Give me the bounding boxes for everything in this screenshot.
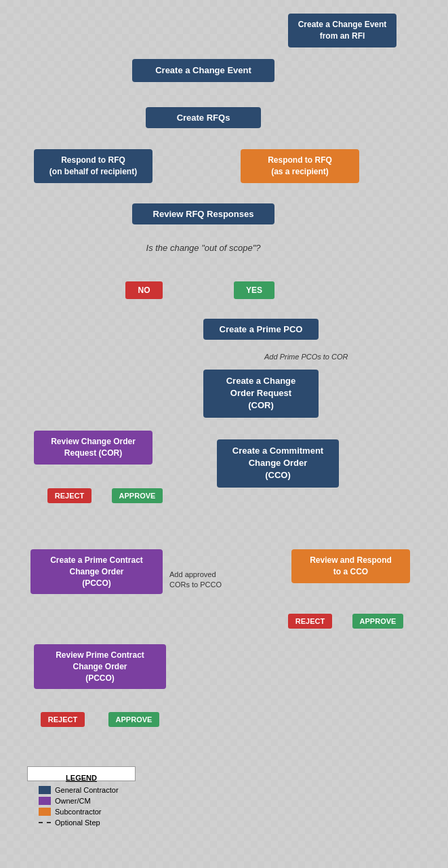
legend-item-gc: General Contractor <box>39 786 124 794</box>
create-cor-label: Create a ChangeOrder Request(COR) <box>226 376 296 410</box>
box-create-cor: Create a ChangeOrder Request(COR) <box>203 370 319 418</box>
respond-behalf-label: Respond to RFQ(on behalf of recipient) <box>49 155 137 176</box>
box-create-change-event: Create a Change Event <box>132 59 274 82</box>
approve-pcco-label: APPROVE <box>116 715 152 724</box>
reject-pcco-label: REJECT <box>48 715 77 724</box>
add-approved-cors-label: Add approvedCORs to PCCO <box>169 570 251 591</box>
reject-cor-label: REJECT <box>55 492 84 500</box>
box-change-event-rfi: Create a Change Event from an RFI <box>288 14 396 47</box>
change-event-rfi-label: Create a Change Event from an RFI <box>298 20 387 41</box>
box-respond-rfq-behalf: Respond to RFQ(on behalf of recipient) <box>34 149 152 183</box>
legend-item-sub: Subcontractor <box>39 808 124 816</box>
create-prime-pco-label: Create a Prime PCO <box>220 324 303 334</box>
legend-item-optional: Optional Step <box>39 818 124 827</box>
legend-label-optional: Optional Step <box>55 818 100 827</box>
legend-color-sub <box>39 808 51 816</box>
approve-cco-label: APPROVE <box>360 617 396 625</box>
out-of-scope-question: Is the change "out of scope"? <box>115 243 291 253</box>
box-review-respond-cco: Review and Respondto a CCO <box>291 549 410 583</box>
box-reject-cco: REJECT <box>288 614 332 629</box>
legend-title: LEGEND <box>39 774 124 782</box>
review-pcco-label: Review Prime ContractChange Order(PCCO) <box>56 650 144 683</box>
review-respond-cco-label: Review and Respondto a CCO <box>310 555 392 576</box>
reject-cco-label: REJECT <box>296 617 325 625</box>
legend-label-sub: Subcontractor <box>55 808 101 816</box>
legend-item-owner: Owner/CM <box>39 797 124 805</box>
box-approve-cco: APPROVE <box>352 614 403 629</box>
box-approve-pcco: APPROVE <box>108 712 159 727</box>
box-yes: YES <box>234 281 274 299</box>
approve-cor-label: APPROVE <box>119 492 156 500</box>
box-approve-cor: APPROVE <box>112 488 163 503</box>
add-prime-pcos-label: Add Prime PCOs to COR <box>264 353 359 361</box>
legend-label-owner: Owner/CM <box>55 797 91 805</box>
legend-color-owner <box>39 797 51 805</box>
box-review-rfq: Review RFQ Responses <box>132 203 274 224</box>
create-rfqs-label: Create RFQs <box>177 113 230 123</box>
box-reject-pcco: REJECT <box>41 712 85 727</box>
legend-color-gc <box>39 786 51 794</box>
legend-label-gc: General Contractor <box>55 786 119 794</box>
box-review-pcco: Review Prime ContractChange Order(PCCO) <box>34 644 166 689</box>
box-reject-cor: REJECT <box>47 488 91 503</box>
box-no: NO <box>125 281 163 299</box>
review-rfq-label: Review RFQ Responses <box>153 209 254 219</box>
create-cco-label: Create a CommitmentChange Order(CCO) <box>232 446 323 480</box>
respond-recipient-label: Respond to RFQ(as a recipient) <box>268 155 332 176</box>
no-label: NO <box>138 285 150 295</box>
box-create-rfqs: Create RFQs <box>146 107 261 128</box>
create-pcco-label: Create a Prime ContractChange Order(PCCO… <box>50 555 143 588</box>
review-cor-label: Review Change OrderRequest (COR) <box>51 437 136 458</box>
create-change-event-label: Create a Change Event <box>155 65 251 75</box>
box-create-pcco: Create a Prime ContractChange Order(PCCO… <box>30 549 163 594</box>
legend: LEGEND General Contractor Owner/CM Subco… <box>27 766 136 781</box>
box-create-cco: Create a CommitmentChange Order(CCO) <box>217 439 339 488</box>
box-respond-rfq-recipient: Respond to RFQ(as a recipient) <box>241 149 359 183</box>
box-review-cor: Review Change OrderRequest (COR) <box>34 431 152 465</box>
box-create-prime-pco: Create a Prime PCO <box>203 319 319 340</box>
yes-label: YES <box>246 285 262 295</box>
legend-dashed-line <box>39 822 51 823</box>
